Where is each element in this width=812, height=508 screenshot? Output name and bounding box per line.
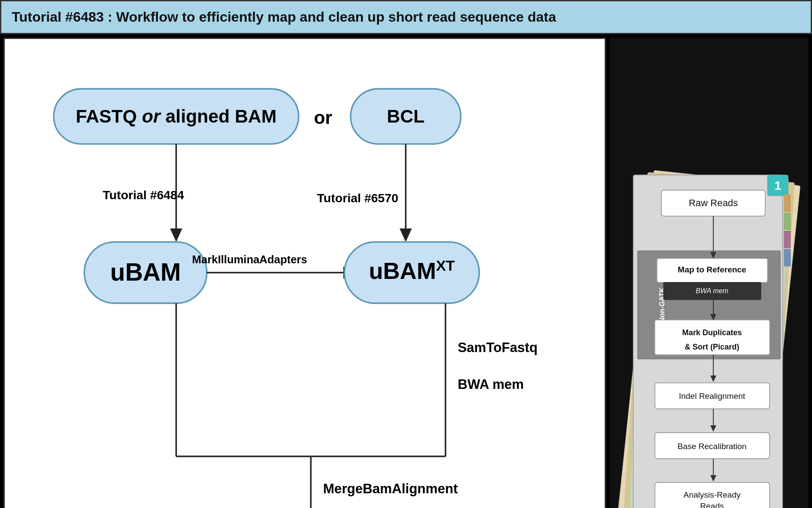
sort-picard-label: & Sort (Picard) (685, 343, 739, 351)
bwa-mem-label: BWA mem (696, 287, 728, 294)
samtofastq-label: SamToFastq (458, 340, 538, 355)
right-panel: 1 Non-GATK Raw Reads Map to Referen (609, 38, 809, 508)
tab-1 (784, 194, 791, 212)
analysis-ready-label: Analysis-Ready (683, 490, 741, 499)
page-wrapper: Tutorial #6483 : Workflow to efficiently… (0, 0, 812, 508)
bwamem-label: BWA mem (458, 377, 524, 392)
mark-adapters-label: MarkIlluminaAdapters (192, 253, 307, 265)
badge-number: 1 (774, 179, 781, 192)
indel-label: Indel Realignment (679, 392, 745, 401)
ubam-label: uBAM (110, 259, 181, 286)
reads-label: Reads (700, 502, 724, 508)
header: Tutorial #6483 : Workflow to efficiently… (0, 0, 812, 34)
diagram-area: FASTQ or aligned BAM or BCL Tutorial #64… (3, 38, 606, 508)
raw-reads-label: Raw Reads (689, 197, 738, 208)
mergebam-label: MergeBamAlignment (323, 481, 458, 496)
main-content: FASTQ or aligned BAM or BCL Tutorial #64… (0, 34, 812, 508)
or-label: or (314, 107, 332, 128)
fastq-label: FASTQ or aligned BAM (76, 106, 277, 126)
tutorial-6484-label: Tutorial #6484 (103, 188, 184, 202)
tab-2 (784, 213, 791, 230)
mark-dup-label: Mark Duplicates (682, 328, 742, 337)
arrowhead-bcl (400, 229, 412, 242)
arrowhead-fastq-ubam (170, 229, 182, 242)
right-panel-svg: 1 Non-GATK Raw Reads Map to Referen (614, 151, 804, 508)
page-title: Tutorial #6483 : Workflow to efficiently… (12, 9, 556, 25)
diagram-svg: FASTQ or aligned BAM or BCL Tutorial #64… (5, 39, 605, 508)
base-recal-label: Base Recalibration (677, 442, 746, 451)
bcl-label: BCL (387, 106, 425, 126)
tab-3 (784, 231, 791, 248)
tab-4 (784, 249, 791, 266)
map-ref-label: Map to Reference (678, 265, 746, 274)
tutorial-6570-label: Tutorial #6570 (317, 191, 398, 205)
